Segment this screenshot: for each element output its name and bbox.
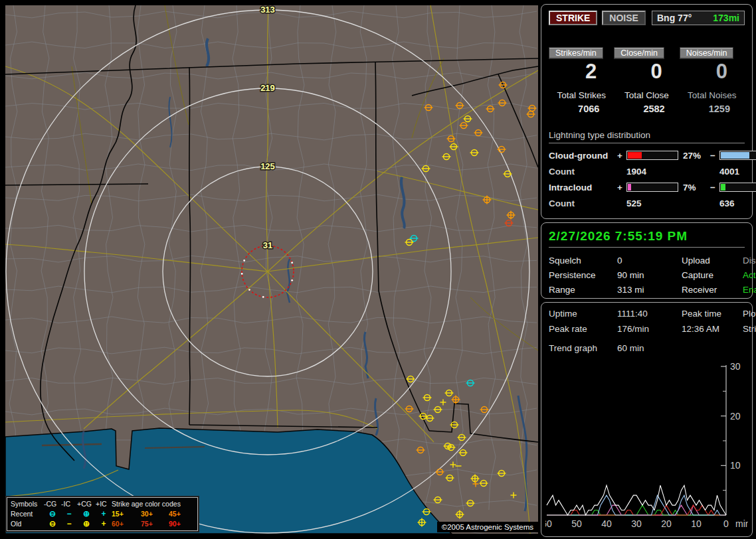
age-code-15: 15+ xyxy=(112,509,141,519)
close-per-min-value: 0 xyxy=(614,61,679,83)
cg-negative-bar xyxy=(719,151,756,160)
squelch-value: 0 xyxy=(617,256,682,266)
legend-symbol-posic: + xyxy=(96,509,112,519)
legend-col-neg-cg: -CG xyxy=(44,499,61,509)
map-canvas: 31321912531 xyxy=(5,5,538,534)
peak-rate-label: Peak rate xyxy=(549,324,617,334)
range-value: 313 mi xyxy=(617,285,682,295)
trend-graph-label: Trend graph xyxy=(549,343,617,353)
peak-time-label: Peak time xyxy=(682,309,743,319)
y-tick-30: 30 xyxy=(730,362,741,372)
age-code-30: 30+ xyxy=(141,509,169,519)
strike-stats-box: STRIKE NOISE Bng 77° 173mi Strikes/min 2… xyxy=(541,4,753,219)
rate-counters: Strikes/min 2 Total Strikes 7066 Close/m… xyxy=(549,46,745,114)
x-tick-10: 10 xyxy=(691,518,702,529)
x-tick-0: 0 xyxy=(723,518,729,529)
trend-graph-window: 60 min xyxy=(617,343,644,353)
ring-label-31: 31 xyxy=(263,240,272,250)
plus-sign: + xyxy=(617,151,626,161)
close-per-min-chip: Close/min xyxy=(614,47,664,59)
legend-symbols-header: Symbols xyxy=(11,499,44,509)
strike-mode-button[interactable]: STRIKE xyxy=(549,11,597,25)
legend-symbol-posic: + xyxy=(96,519,112,529)
peak-time-value: 12:36 AM xyxy=(682,324,743,334)
ic-positive-pct: 7% xyxy=(678,183,710,193)
legend-symbol-poscg: ⊕ xyxy=(77,509,96,519)
upload-status: Disabled xyxy=(743,256,756,266)
distribution-title: Lightning type distribution xyxy=(549,130,745,143)
noises-per-min-value: 0 xyxy=(680,61,745,83)
trend-series-close-strikes xyxy=(547,495,726,515)
lightning-map[interactable]: 31321912531 Symbols -CG -IC +CG +IC Stri… xyxy=(5,5,538,534)
cg-negative-count: 4001 xyxy=(719,167,756,177)
trend-graph: 3020106050403020100min xyxy=(545,362,748,534)
cg-positive-count: 1904 xyxy=(626,167,678,177)
capture-status: Active xyxy=(743,270,756,280)
ic-negative-bar xyxy=(719,183,756,192)
cg-positive-pct: 27% xyxy=(678,151,710,161)
receiver-status: Enabled xyxy=(743,285,756,295)
plot-mode-value: Strike xyxy=(743,324,756,334)
noises-per-min-counter: Noises/min 0 Total Noises 1259 xyxy=(680,46,745,114)
x-tick-20: 20 xyxy=(661,518,672,529)
ic-negative-count: 636 xyxy=(719,198,756,208)
trend-graph-row: Trend graph 60 min xyxy=(549,343,745,353)
minus-sign: − xyxy=(710,151,719,161)
legend-symbol-negcg: ⊖ xyxy=(44,519,61,529)
total-close-label: Total Close xyxy=(614,90,679,100)
total-noises-value: 1259 xyxy=(680,104,745,114)
upload-label: Upload xyxy=(682,256,743,266)
legend-col-pos-ic: +IC xyxy=(96,499,112,509)
plot-label: Plot xyxy=(743,309,756,319)
bearing-indicator: Bng 77° 173mi xyxy=(652,11,745,25)
strikes-per-min-chip: Strikes/min xyxy=(549,47,603,59)
lightning-distribution: Lightning type distribution Cloud-ground… xyxy=(549,130,745,208)
legend-symbol-negic: − xyxy=(61,519,77,529)
settings-grid: Squelch 0 Upload Disabled Persistence 90… xyxy=(549,256,745,295)
intracloud-label: Intracloud xyxy=(549,183,617,193)
ic-positive-count: 525 xyxy=(626,198,678,208)
y-tick-10: 10 xyxy=(730,460,741,471)
symbols-legend: Symbols -CG -IC +CG +IC Strike age color… xyxy=(7,497,198,531)
legend-age-header: Strike age color codes xyxy=(112,499,194,509)
noise-mode-button[interactable]: NOISE xyxy=(602,11,646,25)
legend-symbol-negcg: ⊖ xyxy=(44,509,61,519)
plus-sign: + xyxy=(617,183,626,193)
total-close-value: 2582 xyxy=(614,104,679,114)
y-tick-20: 20 xyxy=(730,411,741,422)
uptime-value: 1111:40 xyxy=(617,309,682,319)
bearing-distance: 173mi xyxy=(713,13,739,23)
status-panel: STRIKE NOISE Bng 77° 173mi Strikes/min 2… xyxy=(541,4,753,539)
ring-label-313: 313 xyxy=(260,5,275,15)
cloud-ground-label: Cloud-ground xyxy=(549,151,617,161)
capture-label: Capture xyxy=(682,270,743,280)
strikes-per-min-counter: Strikes/min 2 Total Strikes 7066 xyxy=(549,46,614,114)
cg-positive-bar xyxy=(626,151,678,160)
bearing-value: Bng 77° xyxy=(657,13,692,23)
age-code-75: 75+ xyxy=(141,519,169,529)
ring-label-219: 219 xyxy=(260,83,275,93)
legend-row-recent: Recent⊖−⊕+15+30+45+ xyxy=(11,509,194,519)
total-strikes-value: 7066 xyxy=(549,104,614,114)
persistence-value: 90 min xyxy=(617,270,682,280)
uptime-label: Uptime xyxy=(549,309,617,319)
age-code-60: 60+ xyxy=(112,519,141,529)
age-code-90: 90+ xyxy=(169,519,194,529)
legend-symbol-poscg: ⊕ xyxy=(77,519,96,529)
legend-row-label: Recent xyxy=(11,509,44,519)
total-noises-label: Total Noises xyxy=(680,90,745,100)
close-per-min-counter: Close/min 0 Total Close 2582 xyxy=(614,46,679,114)
cg-count-label: Count xyxy=(549,167,617,177)
uptime-stats-grid: Uptime 1111:40 Peak time Plot Peak rate … xyxy=(549,309,745,334)
ring-label-125: 125 xyxy=(260,161,275,171)
x-tick-60: 60 xyxy=(545,518,552,529)
datetime-settings-box: 2/27/2026 7:55:19 PM Squelch 0 Upload Di… xyxy=(541,222,753,299)
x-tick-50: 50 xyxy=(571,518,582,529)
legend-row-old: Old⊖−⊕+60+75+90+ xyxy=(11,519,194,529)
trend-box: Uptime 1111:40 Peak time Plot Peak rate … xyxy=(541,302,753,537)
ic-count-label: Count xyxy=(549,198,617,208)
ic-positive-bar xyxy=(626,183,678,192)
x-tick-30: 30 xyxy=(631,518,642,529)
range-label: Range xyxy=(549,285,617,295)
mode-toggle-row: STRIKE NOISE Bng 77° 173mi xyxy=(549,11,745,25)
